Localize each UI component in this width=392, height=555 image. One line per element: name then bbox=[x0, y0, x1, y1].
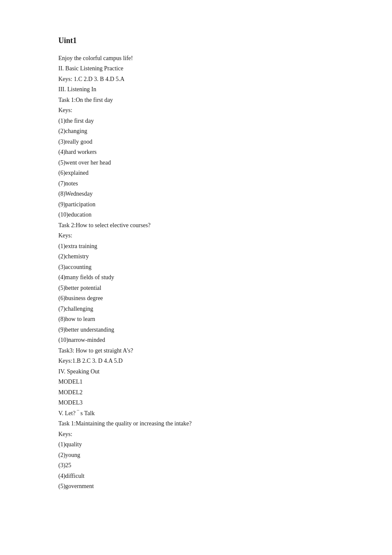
page-content: Uint1 Enjoy the colorful campus life!II.… bbox=[0, 0, 392, 526]
content-lines: Enjoy the colorful campus life!II. Basic… bbox=[58, 53, 334, 492]
content-line: (9)participation bbox=[58, 199, 334, 210]
content-line: (1)quality bbox=[58, 439, 334, 450]
content-line: (4)many fields of study bbox=[58, 272, 334, 283]
content-line: (7)challenging bbox=[58, 304, 334, 315]
content-line: (4)difficult bbox=[58, 471, 334, 482]
content-line: (8)Wednesday bbox=[58, 189, 334, 199]
content-line: (3)accounting bbox=[58, 262, 334, 273]
content-line: Keys: bbox=[58, 105, 334, 116]
content-line: (5)went over her head bbox=[58, 158, 334, 168]
content-line: MODEL3 bbox=[58, 398, 334, 408]
content-line: (2)changing bbox=[58, 126, 334, 137]
content-line: Task 1:On the first day bbox=[58, 95, 334, 106]
content-line: (6)explained bbox=[58, 168, 334, 179]
content-line: Task 2:How to select elective courses? bbox=[58, 220, 334, 231]
content-line: (1)extra training bbox=[58, 241, 334, 252]
content-line: Keys:1.B 2.C 3. D 4.A 5.D bbox=[58, 356, 334, 367]
content-line: (10)education bbox=[58, 210, 334, 220]
content-line: (6)business degree bbox=[58, 293, 334, 304]
content-line: MODEL1 bbox=[58, 377, 334, 387]
content-line: (8)how to learn bbox=[58, 314, 334, 325]
content-line: Task 1:Maintaining the quality or increa… bbox=[58, 419, 334, 429]
content-line: V. Let? ‾ s Talk bbox=[58, 408, 334, 419]
content-line: (4)hard workers bbox=[58, 147, 334, 158]
content-line: MODEL2 bbox=[58, 387, 334, 398]
content-line: (2)young bbox=[58, 450, 334, 461]
content-line: Keys: 1.C 2.D 3. B 4.D 5.A bbox=[58, 74, 334, 85]
content-line: (3)really good bbox=[58, 137, 334, 147]
content-line: Enjoy the colorful campus life! bbox=[58, 53, 334, 64]
page-title: Uint1 bbox=[58, 34, 334, 47]
content-line: III. Listening In bbox=[58, 84, 334, 95]
content-line: (5)government bbox=[58, 481, 334, 492]
content-line: (10)narrow-minded bbox=[58, 335, 334, 346]
content-line: (5)better potential bbox=[58, 283, 334, 294]
content-line: (7)notes bbox=[58, 179, 334, 189]
content-line: Keys: bbox=[58, 231, 334, 241]
content-line: (9)better understanding bbox=[58, 325, 334, 335]
content-line: (1)the first day bbox=[58, 116, 334, 127]
content-line: (2)chemistry bbox=[58, 251, 334, 262]
content-line: Task3: How to get straight A's? bbox=[58, 346, 334, 356]
content-line: II. Basic Listening Practice bbox=[58, 64, 334, 74]
content-line: Keys: bbox=[58, 429, 334, 440]
content-line: (3)25 bbox=[58, 460, 334, 471]
content-line: IV. Speaking Out bbox=[58, 367, 334, 377]
